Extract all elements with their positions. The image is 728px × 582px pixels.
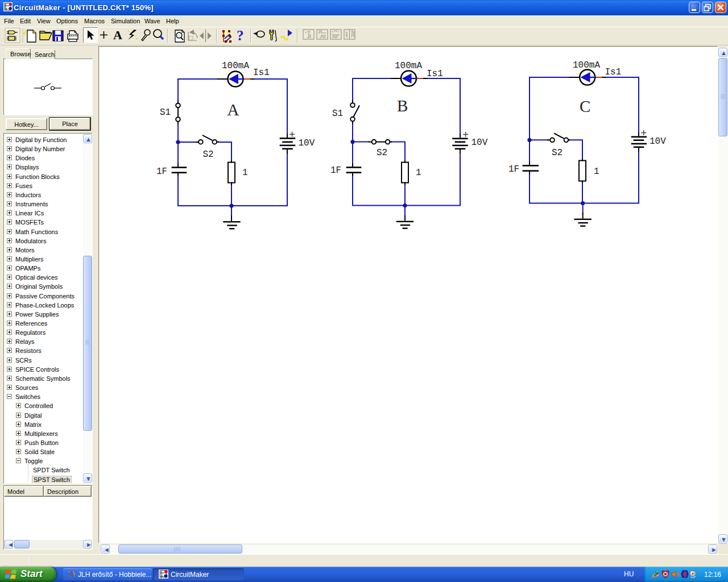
svg-text:S2: S2 — [377, 148, 387, 158]
svg-text:?: ? — [237, 28, 244, 43]
svg-text:1: 1 — [242, 168, 248, 178]
svg-text:Is1: Is1 — [427, 69, 443, 79]
svg-text:S1: S1 — [332, 109, 343, 119]
svg-text:B: B — [397, 97, 408, 115]
svg-text:1: 1 — [594, 167, 599, 177]
svg-text:1F: 1F — [330, 165, 341, 176]
svg-text:100mA: 100mA — [573, 60, 600, 70]
svg-text:100mA: 100mA — [395, 61, 422, 71]
svg-text:10V: 10V — [299, 138, 315, 148]
svg-text:S2: S2 — [203, 149, 214, 160]
svg-text:1F: 1F — [508, 164, 519, 174]
svg-text:100mA: 100mA — [222, 61, 249, 71]
svg-text:A: A — [113, 28, 122, 42]
svg-text:S1: S1 — [160, 107, 171, 118]
svg-text:C: C — [580, 97, 590, 115]
svg-text:S2: S2 — [552, 148, 562, 158]
svg-text:10V: 10V — [471, 138, 488, 148]
svg-text:Is1: Is1 — [253, 68, 270, 78]
svg-text:A: A — [228, 101, 239, 119]
svg-text:1F: 1F — [156, 167, 167, 177]
svg-text:10V: 10V — [650, 136, 666, 147]
svg-text:1: 1 — [416, 168, 421, 178]
svg-text:Is1: Is1 — [605, 67, 622, 77]
